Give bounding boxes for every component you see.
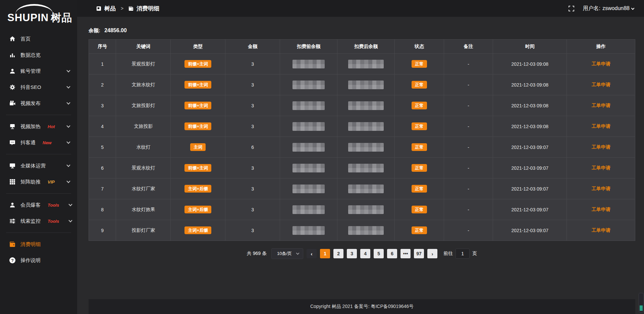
menu-divider	[6, 154, 71, 154]
sidebar-item-home[interactable]: 首页	[0, 31, 77, 47]
cell-balance-before	[280, 199, 337, 220]
menu-divider	[6, 115, 71, 115]
total-count: 共 969 条	[247, 251, 267, 257]
masked-balance-before	[292, 205, 325, 214]
work-order-link[interactable]: 工单申请	[592, 186, 610, 191]
work-order-link[interactable]: 工单申请	[592, 144, 610, 150]
cell-status: 正常	[395, 220, 444, 241]
page-button-6[interactable]: 6	[387, 249, 397, 258]
sidebar-item-label: 抖客通	[20, 140, 36, 146]
home-icon	[9, 36, 15, 42]
sidebar-item-data-overview[interactable]: 数据总览	[0, 47, 77, 63]
sidebar-item-member-burst[interactable]: 会员爆客 Tools	[0, 197, 77, 213]
cell-index: 5	[89, 137, 116, 158]
fullscreen-icon[interactable]	[569, 6, 574, 11]
type-badge: 主词	[190, 143, 206, 151]
cell-keyword: 水纹灯效果	[116, 199, 171, 220]
status-badge: 正常	[412, 122, 427, 130]
page-buttons: 123456•••97	[320, 249, 424, 258]
sidebar-item-douyin-seo[interactable]: 抖音SEO	[0, 79, 77, 95]
chevron-down-icon	[631, 6, 635, 10]
page-button-3[interactable]: 3	[347, 249, 357, 258]
column-header-3: 金额	[225, 40, 280, 54]
page-button-5[interactable]: 5	[374, 249, 384, 258]
sidebar-item-label: 矩阵助推	[20, 179, 41, 185]
floating-widget[interactable]	[639, 293, 644, 312]
cell-action[interactable]: 工单申请	[567, 95, 635, 116]
menu-divider	[6, 232, 71, 233]
cell-balance-before	[280, 137, 337, 158]
table-row: 3文旅投影灯前缀+主词3正常-2021-12-03 09:08工单申请	[89, 95, 635, 116]
wallet-icon	[9, 241, 15, 247]
work-order-link[interactable]: 工单申请	[592, 227, 610, 233]
balance: 余额: 24856.00	[89, 28, 635, 34]
cell-action[interactable]: 工单申请	[567, 74, 635, 95]
cell-action[interactable]: 工单申请	[567, 158, 635, 178]
page-button-4[interactable]: 4	[360, 249, 370, 258]
sidebar-menu: 首页 数据总览 账号管理 抖音SEO 视频发布 视频加热 Hot	[0, 31, 77, 314]
work-order-link[interactable]: 工单申请	[592, 207, 610, 212]
cell-action[interactable]: 工单申请	[567, 220, 635, 241]
status-badge: 正常	[412, 206, 427, 213]
column-header-1: 关键词	[116, 40, 171, 54]
cell-balance-after	[337, 95, 395, 116]
sidebar-item-video-publish[interactable]: 视频发布	[0, 95, 77, 111]
cell-status: 正常	[395, 137, 444, 158]
breadcrumb-separator: >	[121, 6, 123, 11]
cell-time: 2021-12-03 09:07	[493, 220, 567, 241]
cell-amount: 6	[225, 137, 280, 158]
footer: Copyright 树品 2021 备案号: 粤ICP备09019646号	[89, 299, 635, 314]
cell-action[interactable]: 工单申请	[567, 54, 635, 74]
work-order-link[interactable]: 工单申请	[592, 103, 610, 108]
page-button-•••[interactable]: •••	[400, 249, 411, 258]
screen-boost-icon	[9, 123, 15, 129]
goto-suffix: 页	[472, 251, 477, 257]
work-order-link[interactable]: 工单申请	[592, 123, 610, 129]
widget-teal-stripes	[640, 305, 643, 311]
cell-action[interactable]: 工单申请	[567, 116, 635, 137]
cell-note: -	[444, 199, 493, 220]
sidebar-item-clue-monitor[interactable]: 线索监控 Tools	[0, 213, 77, 229]
next-page-button[interactable]: ›	[427, 249, 437, 258]
masked-balance-after	[348, 185, 384, 193]
cell-action[interactable]: 工单申请	[567, 178, 635, 199]
cell-action[interactable]: 工单申请	[567, 137, 635, 158]
cell-action[interactable]: 工单申请	[567, 199, 635, 220]
cell-note: -	[444, 95, 493, 116]
page-button-2[interactable]: 2	[333, 249, 343, 258]
breadcrumb-home[interactable]: 树品	[104, 5, 116, 12]
masked-balance-before	[292, 164, 325, 172]
cell-status: 正常	[395, 74, 444, 95]
masked-balance-after	[348, 164, 384, 172]
work-order-link[interactable]: 工单申请	[592, 165, 610, 170]
sidebar-item-matrix-boost[interactable]: 矩阵助推 VIP	[0, 174, 77, 190]
user-menu[interactable]: 用户名: zswodun88	[583, 5, 634, 12]
sidebar-item-consume-detail[interactable]: 消费明细	[0, 236, 77, 252]
page-button-97[interactable]: 97	[414, 249, 424, 258]
goto-page-input[interactable]	[455, 249, 470, 259]
column-header-5: 扣费后余额	[337, 40, 395, 54]
balance-label: 余额:	[89, 28, 100, 33]
cell-time: 2021-12-03 09:08	[493, 54, 567, 74]
cell-balance-before	[280, 74, 337, 95]
cell-status: 正常	[395, 158, 444, 178]
work-order-link[interactable]: 工单申请	[592, 61, 610, 66]
page-size-select[interactable]: 10条/页	[271, 248, 303, 259]
content: 余额: 24856.00 序号关键词类型金额扣费前余额扣费后余额状态备注时间操作…	[77, 17, 644, 314]
sidebar-item-account-management[interactable]: 账号管理	[0, 63, 77, 79]
masked-balance-before	[292, 143, 325, 152]
sidebar-item-label: 会员爆客	[20, 202, 41, 208]
page-button-1[interactable]: 1	[320, 249, 330, 258]
cell-type: 主词+后缀	[171, 220, 225, 241]
logo-arc	[15, 4, 53, 14]
new-badge: New	[43, 140, 52, 145]
sidebar-item-instructions[interactable]: ? 操作说明	[0, 252, 77, 268]
sidebar-item-video-heating[interactable]: 视频加热 Hot	[0, 118, 77, 135]
hot-badge: Hot	[48, 124, 55, 129]
cell-balance-before	[280, 220, 337, 241]
sidebar-item-all-media-operation[interactable]: 全媒体运营	[0, 158, 77, 174]
sidebar-item-doukerton[interactable]: 抖客通 New	[0, 135, 77, 151]
prev-page-button[interactable]: ‹	[307, 249, 317, 258]
cell-index: 1	[89, 54, 116, 74]
work-order-link[interactable]: 工单申请	[592, 82, 610, 87]
